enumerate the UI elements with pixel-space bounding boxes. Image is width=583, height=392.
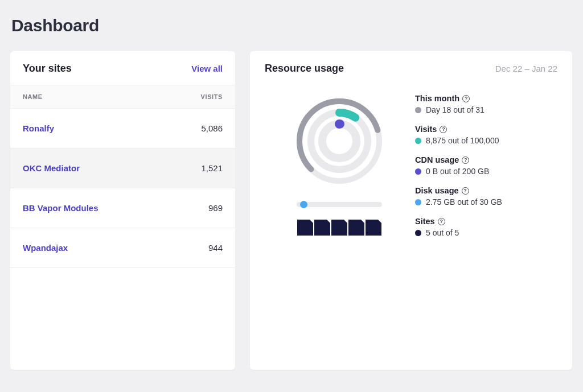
legend-cdn: CDN usage ? 0 B out of 200 GB	[415, 155, 557, 176]
legend-disk-dot	[415, 199, 421, 205]
site-row[interactable]: OKC Mediator 1,521	[10, 148, 235, 188]
sites-column-header: NAME VISITS	[10, 85, 235, 109]
site-name: Ronalfy	[23, 123, 54, 133]
site-name: OKC Mediator	[23, 163, 80, 173]
legend-disk-label: Disk usage	[415, 186, 459, 195]
resource-usage-daterange: Dec 22 – Jan 22	[495, 64, 557, 73]
resource-usage-header: Resource usage Dec 22 – Jan 22	[265, 63, 557, 75]
site-row[interactable]: Wpandajax 944	[10, 228, 235, 268]
resource-usage-title: Resource usage	[265, 63, 344, 75]
usage-legend: This month ? Day 18 out of 31 Visits ?	[415, 93, 557, 237]
help-icon[interactable]: ?	[462, 95, 470, 102]
legend-month-value: Day 18 out of 31	[426, 105, 485, 114]
view-all-link[interactable]: View all	[191, 64, 223, 73]
help-icon[interactable]: ?	[462, 187, 469, 195]
legend-cdn-label: CDN usage	[415, 155, 459, 164]
legend-month-dot	[415, 107, 421, 113]
dashboard-cards: Your sites View all NAME VISITS Ronalfy …	[10, 51, 573, 370]
legend-disk-value: 2.75 GB out of 30 GB	[426, 197, 502, 207]
site-visits: 1,521	[201, 163, 223, 173]
legend-sites: Sites ? 5 out of 5	[415, 217, 557, 237]
svg-point-2	[322, 124, 356, 158]
help-icon[interactable]: ?	[438, 218, 445, 225]
site-square	[348, 220, 364, 236]
disk-usage-bar	[297, 202, 382, 207]
legend-visits-value: 8,875 out of 100,000	[426, 136, 499, 145]
site-square	[314, 220, 330, 236]
help-icon[interactable]: ?	[440, 126, 447, 133]
site-row[interactable]: Ronalfy 5,086	[10, 109, 235, 148]
site-visits: 5,086	[201, 123, 223, 133]
help-icon[interactable]: ?	[462, 156, 469, 164]
legend-sites-dot	[415, 230, 421, 236]
your-sites-card: Your sites View all NAME VISITS Ronalfy …	[10, 51, 235, 370]
site-name: Wpandajax	[23, 243, 68, 253]
radial-usage-chart-icon	[291, 93, 388, 189]
legend-visits: Visits ? 8,875 out of 100,000	[415, 125, 557, 145]
site-visits: 969	[208, 203, 223, 213]
site-row[interactable]: BB Vapor Modules 969	[10, 188, 235, 228]
resource-usage-card: Resource usage Dec 22 – Jan 22	[250, 51, 572, 370]
resource-usage-body: This month ? Day 18 out of 31 Visits ?	[265, 87, 557, 237]
legend-cdn-value: 0 B out of 200 GB	[426, 167, 489, 176]
your-sites-header: Your sites View all	[10, 51, 235, 85]
your-sites-title: Your sites	[23, 63, 72, 75]
legend-disk: Disk usage ? 2.75 GB out of 30 GB	[415, 186, 557, 207]
legend-month-label: This month	[415, 94, 459, 103]
page-title: Dashboard	[11, 16, 573, 35]
col-visits-label: VISITS	[201, 93, 223, 100]
site-visits: 944	[208, 243, 223, 253]
site-square	[331, 220, 347, 236]
legend-cdn-dot	[415, 168, 421, 175]
col-name-label: NAME	[23, 93, 43, 100]
site-name: BB Vapor Modules	[23, 203, 98, 213]
site-square	[297, 220, 313, 236]
legend-sites-label: Sites	[415, 217, 435, 226]
svg-point-3	[291, 93, 388, 189]
legend-sites-value: 5 out of 5	[426, 228, 459, 237]
site-square	[366, 220, 381, 236]
legend-visits-dot	[415, 138, 421, 144]
usage-visualization	[265, 93, 396, 236]
legend-month: This month ? Day 18 out of 31	[415, 94, 557, 114]
disk-usage-knob	[300, 201, 307, 208]
legend-visits-label: Visits	[415, 125, 437, 134]
sites-count-icon	[297, 220, 381, 236]
